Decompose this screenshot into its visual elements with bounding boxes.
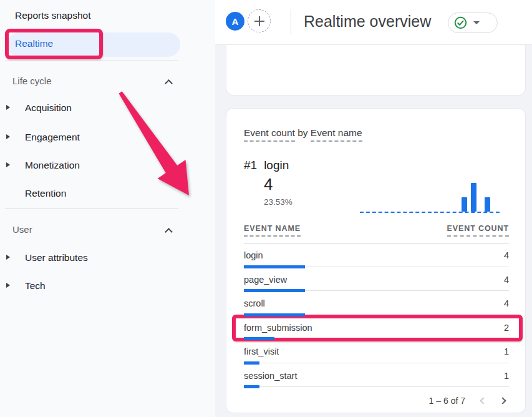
sidebar-divider xyxy=(5,208,178,209)
dimension-selector[interactable]: Event name xyxy=(311,127,362,142)
report-status-button[interactable] xyxy=(448,12,498,33)
sidebar-item-tech[interactable]: Tech xyxy=(25,280,46,292)
event-count-bar xyxy=(244,337,274,340)
event-count-bar xyxy=(244,265,305,268)
chevron-right-icon xyxy=(499,397,506,404)
expand-arrow-icon[interactable] xyxy=(6,283,10,288)
pagination-prev-button[interactable] xyxy=(477,396,487,406)
collapse-life-cycle-button[interactable] xyxy=(166,77,176,87)
caret-down-icon xyxy=(473,21,480,24)
event-count-cell: 4 xyxy=(504,250,509,268)
event-count-bar xyxy=(244,313,305,316)
ga4-realtime-screen: Reports snapshot Realtime Life cycle Acq… xyxy=(0,0,532,417)
sidebar-section-life-cycle: Life cycle xyxy=(12,76,52,86)
top-event-percent: 23.53% xyxy=(264,197,293,207)
avatar[interactable]: A xyxy=(226,12,244,31)
collapse-user-button[interactable] xyxy=(166,226,176,236)
event-count-cell: 1 xyxy=(504,346,509,365)
sparkline xyxy=(360,180,500,213)
column-header-event-count[interactable]: EVENT COUNT xyxy=(447,224,510,237)
report-header: A Realtime overview xyxy=(215,0,532,45)
expand-arrow-icon[interactable] xyxy=(6,162,10,167)
event-count-cell: 2 xyxy=(504,323,509,341)
column-header-event-name[interactable]: EVENT NAME xyxy=(244,224,301,237)
sidebar-item-realtime[interactable]: Realtime xyxy=(7,32,180,57)
sidebar-item-retention[interactable]: Retention xyxy=(25,188,66,199)
sidebar-item-engagement[interactable]: Engagement xyxy=(25,132,80,143)
expand-arrow-icon[interactable] xyxy=(6,105,10,110)
event-count-bar xyxy=(244,289,305,292)
report-content: Event count by Event name #1login 4 23.5… xyxy=(215,45,532,417)
top-event-value: 4 xyxy=(264,175,273,194)
pagination: 1 – 6 of 7 xyxy=(244,393,509,409)
card-title-connector: by xyxy=(295,127,311,138)
event-count-cell: 4 xyxy=(504,275,509,293)
partial-card-above xyxy=(226,45,526,96)
add-icon xyxy=(254,16,264,26)
sidebar-item-monetization[interactable]: Monetization xyxy=(25,160,80,171)
table-row: scroll4 xyxy=(244,292,509,316)
reports-sidebar: Reports snapshot Realtime Life cycle Acq… xyxy=(0,0,215,417)
header-divider xyxy=(291,9,291,34)
sidebar-item-realtime-label: Realtime xyxy=(15,38,53,49)
pagination-label: 1 – 6 of 7 xyxy=(429,396,465,406)
sidebar-item-user-attributes[interactable]: User attributes xyxy=(25,252,88,263)
sidebar-section-user: User xyxy=(12,224,32,235)
metric-selector[interactable]: Event count xyxy=(244,127,295,142)
event-table: EVENT NAME EVENT COUNT login4page_view4s… xyxy=(244,224,509,409)
check-circle-icon xyxy=(454,16,467,29)
page-title: Realtime overview xyxy=(304,12,431,31)
card-title: Event count by Event name xyxy=(244,127,362,139)
sparkline-bar xyxy=(485,197,490,212)
table-row: login4 xyxy=(244,244,509,268)
event-count-bar xyxy=(244,385,259,388)
sidebar-item-acquisition[interactable]: Acquisition xyxy=(25,102,72,114)
event-count-cell: 4 xyxy=(504,298,509,316)
event-count-card: Event count by Event name #1login 4 23.5… xyxy=(226,108,526,413)
event-count-bar xyxy=(244,361,259,365)
expand-arrow-icon[interactable] xyxy=(6,255,10,260)
sparkline-bar xyxy=(462,197,467,212)
event-table-body: login4page_view4scroll4form_submission2f… xyxy=(244,244,509,388)
table-row: session_start1 xyxy=(244,365,509,389)
table-row: form_submission2 xyxy=(244,316,509,341)
expand-arrow-icon[interactable] xyxy=(6,134,10,139)
event-count-cell: 1 xyxy=(504,371,509,389)
chevron-left-icon xyxy=(480,397,486,404)
sidebar-item-reports-snapshot[interactable]: Reports snapshot xyxy=(15,10,91,21)
add-comparison-button[interactable] xyxy=(248,9,271,32)
top-event-rank: #1login xyxy=(244,159,289,172)
top-event-name: login xyxy=(264,159,289,172)
table-row: page_view4 xyxy=(244,268,509,293)
event-table-header: EVENT NAME EVENT COUNT xyxy=(244,224,509,244)
table-row: first_visit1 xyxy=(244,340,509,365)
sparkline-bar xyxy=(471,183,476,212)
chevron-up-icon xyxy=(165,228,173,236)
rank-number: #1 xyxy=(244,159,257,172)
sidebar-divider xyxy=(5,61,178,61)
pagination-next-button[interactable] xyxy=(499,396,509,406)
chevron-up-icon xyxy=(165,79,173,87)
